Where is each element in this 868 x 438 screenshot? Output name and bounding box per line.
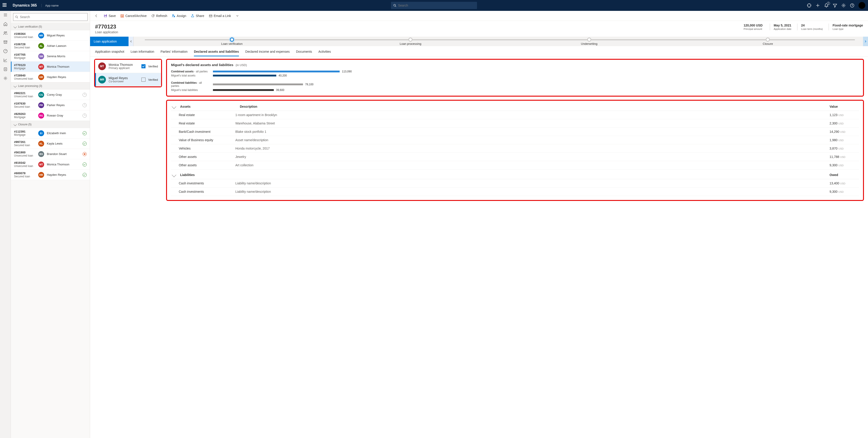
tab-documents[interactable]: Documents [296,48,312,56]
party-row[interactable]: MTMonica ThomsonPrimary applicantVerifie… [95,60,161,73]
more-commands[interactable] [236,14,239,18]
list-item[interactable]: #112391MortgageEIElizabeth Irwin [11,128,90,138]
list-group-header[interactable]: Closure (5) [11,121,90,128]
people-icon[interactable] [3,31,8,35]
verified-checkbox[interactable] [142,77,146,82]
global-search-input[interactable] [398,4,475,7]
list-group-header[interactable]: Loan processing (3) [11,82,90,90]
list-item[interactable]: #106728Secured loanALAdrian Lawson [11,41,90,51]
share-button[interactable]: Share [191,14,204,18]
dashboard-icon[interactable] [3,49,8,53]
back-button[interactable] [94,13,99,19]
list-item[interactable]: #997261Secured loanKLKayla Lewis [11,138,90,149]
svg-rect-19 [104,14,106,15]
summary-unit: (in USD) [236,63,247,67]
home-icon[interactable] [3,22,8,26]
svg-line-17 [17,18,18,18]
stage-current-label[interactable]: Loan application [90,37,128,46]
verified-checkbox[interactable] [142,64,146,68]
avatar: EI [38,130,44,136]
stage-collapse-button[interactable] [128,37,133,46]
stage-closure[interactable]: Closure [679,37,857,45]
svg-point-0 [394,4,396,6]
party-row[interactable]: MRMiguel ReyesCo-borrowerVerified [95,73,161,87]
stage-loan-verification[interactable]: Loan verification [143,37,321,45]
bar-row: Miguel's total liabilities39,600 [171,89,859,92]
table-row[interactable]: Cash investmentsLiability name/descripti… [171,188,859,196]
chart-icon[interactable] [3,58,8,62]
list-item[interactable]: #982221Unsecured loanCGCorey Gray [11,90,90,100]
global-search[interactable] [391,2,477,9]
avatar: MT [98,62,106,70]
chevron-down-icon [13,84,17,88]
kpi: 120,000 USDPrincipal amount [744,24,764,30]
kpi: Fixed-rate mortgageLoan type [829,24,863,30]
table-row[interactable]: VehiclesHonda motorcycle, 20173,870USD [171,144,859,153]
check-icon [83,173,87,177]
save-button[interactable]: Save [104,14,116,18]
stage-next-button[interactable] [863,37,868,46]
tasks-icon[interactable] [3,67,8,71]
table-row[interactable]: Other assetsJewelry11,788USD [171,153,859,161]
help-icon[interactable] [850,3,855,8]
table-row[interactable]: Other assetsArt collection9,300USD [171,161,859,169]
bar [213,75,276,76]
avatar: MT [38,64,44,70]
tab-loan-information[interactable]: Loan information [130,48,154,56]
table-row[interactable]: Bank/Cash investmentBlake stock portfoli… [171,128,859,136]
check-icon [83,142,87,146]
svg-point-16 [16,16,18,18]
tab-application-snapshot[interactable]: Application snapshot [95,48,124,56]
table-row[interactable]: Value of Business equityAsset name/descr… [171,136,859,144]
stage-underwriting[interactable]: Underwriting [500,37,679,45]
table-row[interactable]: Real estate1-room apartment in Brooklyn1… [171,111,859,119]
email-link-button[interactable]: Email a Link [209,14,231,18]
gear-icon[interactable] [3,76,8,81]
add-icon[interactable] [815,3,820,8]
list-item[interactable]: #197765MortgageSMSerena Morris [11,51,90,62]
list-item[interactable]: #819342Unsecured loanMTMonica Thomson [11,159,90,170]
stage-loan-processing[interactable]: Loan processing [321,37,500,45]
tab-parties-information[interactable]: Parties' information [161,48,188,56]
chevron-down-icon[interactable] [172,104,176,109]
notification-icon[interactable]: 1 [824,3,829,8]
app-launcher-icon[interactable] [3,3,7,8]
menu-icon[interactable] [3,13,8,17]
list-item[interactable]: #197630Secured loanPRParker Reyes [11,100,90,111]
table-row[interactable]: Real estateWarehouse, Alabama Street2,30… [171,119,859,128]
list-search-input[interactable] [20,15,86,19]
avatar: KL [38,141,44,147]
clock-icon [83,93,87,97]
target-icon[interactable] [807,3,811,8]
table-row[interactable]: Cash investmentsLiability name/descripti… [171,179,859,188]
chevron-down-icon[interactable] [172,173,176,177]
stage-bar: Loan application Loan verificationLoan p… [90,37,866,46]
list-item[interactable]: #770123MortgageMTMonica Thomson [11,62,90,72]
assets-header[interactable]: Assets Description Value [171,102,859,111]
settings-icon[interactable] [841,3,846,8]
tab-declared-income-and-expenses[interactable]: Declared income and expenses [245,48,290,56]
clock-icon [83,114,87,118]
kpi: 24Loan term (months) [797,24,823,30]
liabilities-header[interactable]: Liabilities Owed [171,171,859,179]
tab-activities[interactable]: Activities [318,48,331,56]
list-item[interactable]: #600078Secured loanHRHayden Reyes [11,170,90,180]
list-item[interactable]: #728940Unsecured loanHRHayden Reyes [11,72,90,82]
archive-icon[interactable] [3,40,8,44]
record-title: #770123 [95,24,118,30]
cancel-archive-button[interactable]: Cancel/Archive [120,14,147,18]
tab-declared-assets-and-liabilities[interactable]: Declared assets and liabilities [194,48,239,56]
bar-group: Combined liabilities - all parties78,100… [171,81,859,92]
user-avatar[interactable] [859,2,865,9]
list-item[interactable]: #561900Unsecured loanBSBrandon Stuart [11,149,90,159]
list-group-header[interactable]: Loan verification (5) [11,23,90,30]
assign-button[interactable]: Assign [172,14,186,18]
list-item[interactable]: #198364Unsecured loanMRMiguel Reyes [11,30,90,41]
bar [213,89,274,91]
avatar: AL [38,43,44,49]
refresh-button[interactable]: Refresh [151,14,167,18]
list-search-box[interactable] [13,13,88,21]
filter-icon[interactable] [833,3,837,8]
avatar: HR [38,172,44,178]
list-item[interactable]: #829263MortgageRGRowan Gray [11,111,90,121]
